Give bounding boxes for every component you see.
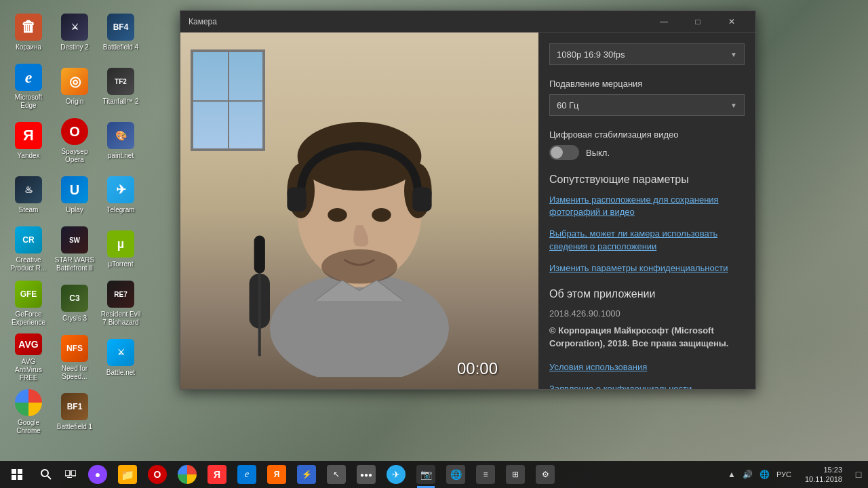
desktop-icon-destiny[interactable]: ⚔ Destiny 2 bbox=[52, 5, 98, 60]
flicker-dropdown[interactable]: 60 Гц ▼ bbox=[549, 94, 745, 116]
titanfall-label: Titanfall™ 2 bbox=[103, 98, 139, 106]
maximize-button[interactable]: □ bbox=[682, 12, 713, 31]
taskbar-app1[interactable]: ⚡ bbox=[292, 461, 321, 488]
tray-network[interactable]: 🌐 bbox=[757, 461, 772, 488]
resident-label: Resident Evil 7 Biohazard bbox=[100, 310, 141, 327]
desktop-icon-utorrent[interactable]: µ µTorrent bbox=[98, 222, 144, 277]
privacy-params-link[interactable]: Изменить параметры конфиденциальности bbox=[549, 262, 745, 274]
stabilization-toggle-row: Выкл. bbox=[549, 145, 745, 160]
taskbar-explorer[interactable]: 📁 bbox=[113, 461, 142, 488]
desktop-icon-titanfall[interactable]: TF2 Titanfall™ 2 bbox=[98, 60, 144, 114]
svg-rect-20 bbox=[65, 470, 70, 476]
taskbar-dots[interactable]: ●●● bbox=[351, 461, 381, 488]
chrome-icon bbox=[15, 389, 42, 416]
taskbar-cortana[interactable]: ● bbox=[83, 461, 113, 488]
taskbar-grid[interactable]: ⊞ bbox=[500, 461, 530, 488]
resolution-dropdown-arrow: ▼ bbox=[730, 51, 737, 58]
svg-rect-22 bbox=[67, 477, 72, 478]
close-button[interactable]: ✕ bbox=[716, 12, 747, 31]
desktop-icon-geforce[interactable]: GFE GeForce Experience bbox=[5, 277, 52, 331]
svg-rect-14 bbox=[12, 469, 16, 474]
desktop-icon-avg[interactable]: AVG AVG AntiVirus FREE bbox=[5, 331, 52, 385]
bf1-label: Battlefield 1 bbox=[57, 423, 92, 431]
desktop-icon-nfs[interactable]: NFS Need for Speed... bbox=[52, 331, 98, 385]
creative-icon: CR bbox=[15, 226, 42, 253]
desktop-icon-bf1[interactable]: BF1 Battlefield 1 bbox=[52, 385, 98, 439]
about-app-group: Об этом приложении 2018.426.90.1000 © Ко… bbox=[549, 288, 745, 389]
nfs-icon: NFS bbox=[61, 335, 88, 362]
camera-timestamp: 00:00 bbox=[457, 359, 498, 378]
about-title: Об этом приложении bbox=[549, 288, 745, 300]
battle-icon: ⚔ bbox=[107, 339, 134, 366]
desktop-icon-battle[interactable]: ⚔ Battle.net bbox=[98, 331, 144, 385]
desktop-icon-crysis[interactable]: C3 Crysis 3 bbox=[52, 277, 98, 331]
taskbar-yandex[interactable]: Я bbox=[202, 461, 232, 488]
tray-expand[interactable]: ▲ bbox=[725, 461, 738, 488]
camera-feed: 00:00 bbox=[180, 33, 538, 389]
desktop-icon-starwars[interactable]: SW STAR WARS Battlefront II bbox=[52, 222, 98, 277]
notification-button[interactable]: □ bbox=[849, 461, 868, 488]
svg-rect-17 bbox=[18, 475, 22, 480]
desktop-icon-bf4[interactable]: BF4 Battlefield 4 bbox=[98, 5, 144, 60]
basket-icon: 🗑 bbox=[15, 14, 42, 41]
desktop-icon-opera[interactable]: O Spaysep Opera bbox=[52, 114, 98, 168]
desktop-icon-creative[interactable]: CR Creative Product R... bbox=[5, 222, 52, 277]
svg-rect-21 bbox=[71, 470, 76, 476]
window-titlebar: Камера — □ ✕ bbox=[180, 11, 755, 33]
desktop-icon-edge[interactable]: e Microsoft Edge bbox=[5, 60, 52, 114]
taskview-button[interactable] bbox=[58, 461, 83, 488]
minimize-button[interactable]: — bbox=[648, 12, 679, 31]
taskbar-search-button[interactable] bbox=[34, 461, 58, 488]
steam-label: Steam bbox=[19, 206, 39, 214]
taskbar-globe[interactable]: 🌐 bbox=[441, 461, 471, 488]
desktop-icon-chrome[interactable]: Google Chrome bbox=[5, 385, 52, 439]
resolution-dropdown[interactable]: 1080р 16:9 30fps ▼ bbox=[549, 43, 745, 65]
origin-label: Origin bbox=[66, 98, 84, 106]
desktop-icon-telegram[interactable]: ✈ Telegram bbox=[98, 168, 144, 222]
creative-label: Creative Product R... bbox=[8, 256, 49, 272]
svg-point-18 bbox=[41, 470, 48, 476]
telegram-icon: ✈ bbox=[107, 176, 134, 203]
nfs-label: Need for Speed... bbox=[54, 365, 95, 381]
desktop-icon-basket[interactable]: 🗑 Корзина bbox=[5, 5, 52, 60]
svg-rect-16 bbox=[12, 475, 16, 480]
tray-language[interactable]: РУС bbox=[774, 461, 794, 488]
toggle-knob bbox=[551, 146, 563, 159]
desktop-icon-origin[interactable]: ◎ Origin bbox=[52, 60, 98, 114]
taskbar-edge[interactable]: e bbox=[232, 461, 262, 488]
taskbar-yandex2[interactable]: Я bbox=[262, 461, 292, 488]
crysis-icon: C3 bbox=[61, 285, 88, 312]
taskbar-telegram[interactable]: ✈ bbox=[381, 461, 411, 488]
taskbar-cursor[interactable]: ↖ bbox=[321, 461, 351, 488]
desktop-icon-resident[interactable]: RE7 Resident Evil 7 Biohazard bbox=[98, 277, 144, 331]
tray-volume[interactable]: 🔊 bbox=[740, 461, 755, 488]
svg-rect-12 bbox=[254, 236, 265, 274]
resident-icon: RE7 bbox=[107, 281, 134, 308]
desktop-icon-yandex[interactable]: Я Yandex bbox=[5, 114, 52, 168]
stabilization-toggle[interactable] bbox=[549, 145, 579, 160]
taskbar-camera[interactable]: 📷 bbox=[411, 461, 441, 488]
taskbar-settings-app[interactable]: ⚙ bbox=[530, 461, 560, 488]
taskbar-list[interactable]: ≡ bbox=[471, 461, 500, 488]
taskbar: ● 📁 O Я e Я bbox=[0, 461, 868, 488]
svg-rect-15 bbox=[18, 469, 22, 474]
opera-label: Spaysep Opera bbox=[54, 148, 95, 164]
clock[interactable]: 15:23 10.11.2018 bbox=[798, 461, 849, 488]
bf4-label: Battlefield 4 bbox=[103, 43, 138, 52]
flicker-group: Подавление мерцания 60 Гц ▼ bbox=[549, 79, 745, 116]
save-location-link[interactable]: Изменить расположение для сохранения фот… bbox=[549, 194, 745, 218]
desktop-icon-uplay[interactable]: U Uplay bbox=[52, 168, 98, 222]
app-copyright: © Корпорация Майкрософт (Microsoft Corpo… bbox=[549, 324, 745, 350]
privacy-link[interactable]: Заявление о конфиденциальности bbox=[549, 383, 745, 389]
crysis-label: Crysis 3 bbox=[62, 314, 87, 323]
terms-link[interactable]: Условия использования bbox=[549, 361, 745, 373]
svg-point-10 bbox=[321, 249, 397, 284]
start-button[interactable] bbox=[0, 461, 34, 488]
desktop-icon-steam[interactable]: ♨ Steam bbox=[5, 168, 52, 222]
desktop-icon-paintnet[interactable]: 🎨 paint.net bbox=[98, 114, 144, 168]
location-access-link[interactable]: Выбрать, может ли камера использовать св… bbox=[549, 228, 745, 252]
utorrent-label: µTorrent bbox=[108, 260, 134, 268]
starwars-label: STAR WARS Battlefront II bbox=[54, 256, 95, 272]
taskbar-chrome[interactable] bbox=[172, 461, 202, 488]
taskbar-opera[interactable]: O bbox=[142, 461, 172, 488]
